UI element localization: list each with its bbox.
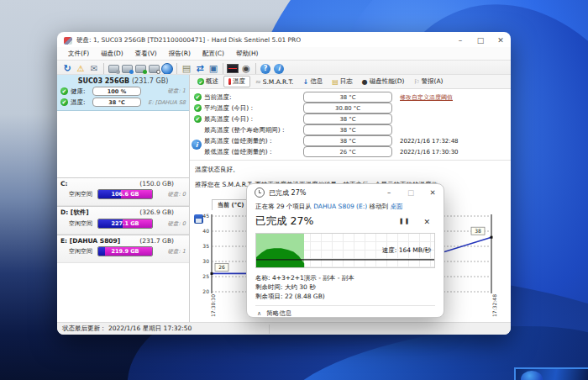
disk-size: (231.7 GB) xyxy=(132,77,168,85)
tab-bar: ✔概述 温度 S.M.A.R.T. 信息 日志 磁盘性能(D) 警报(A) xyxy=(190,75,511,89)
report-icon[interactable] xyxy=(180,62,193,75)
ok-icon: ✔ xyxy=(194,104,202,112)
dialog-minimize-button[interactable]: – xyxy=(378,185,400,201)
title-bar[interactable]: 硬盘: 1, SUC03 256GB [TD21100000471] - Har… xyxy=(57,32,511,47)
toolbar-separator xyxy=(223,63,223,74)
svg-text:25: 25 xyxy=(202,273,209,279)
free-space-value: 227.1 GB xyxy=(98,219,152,228)
measured-timestamp: 2022/1/16 17:32:48 xyxy=(400,138,459,145)
dialog-close-button[interactable]: ✕ xyxy=(422,185,444,201)
temperature-row: 最低温度 (曾经测量的)： 26 °C 2022/1/16 17:30:30 xyxy=(190,146,511,157)
temperature-row: ✔ 最高温度 (今日)： 38 °C xyxy=(190,113,511,124)
thermometer-icon xyxy=(228,78,231,85)
divider xyxy=(190,160,511,161)
check-icon: ✔ xyxy=(197,78,204,85)
toolbar-separator xyxy=(255,63,256,74)
menu-help[interactable]: 帮助(H) xyxy=(230,49,265,59)
chevron-up-icon: ∧ xyxy=(257,310,261,317)
background-window-image xyxy=(521,371,543,380)
flag-icon xyxy=(413,78,419,86)
help-icon[interactable]: ? xyxy=(260,64,270,74)
close-button[interactable]: ✕ xyxy=(491,34,511,47)
items-remaining-line: 剩余项目: 22 (8.48 GB) xyxy=(255,292,435,301)
temperature-row: ✔ 当前温度: 38 °C 修改自定义温度阈值 xyxy=(190,92,511,103)
dialog-title: 已完成 27% xyxy=(269,188,306,198)
maximize-button[interactable]: □ xyxy=(470,34,491,47)
temperature-bar: 38 °C xyxy=(303,113,392,124)
temperature-row: ✔ 平均温度 (今日)： 30.80 °C xyxy=(190,103,511,113)
tab-overview[interactable]: ✔概述 xyxy=(193,77,223,87)
partition-item-c[interactable]: C: (150.0 GB) 空闲空间 106.6 GB 硬盘: 0 xyxy=(57,177,189,206)
mail-icon[interactable] xyxy=(87,62,101,75)
gauge-icon xyxy=(362,78,368,86)
gauge-icon[interactable] xyxy=(239,62,253,75)
tab-alerts[interactable]: 警报(A) xyxy=(409,77,447,87)
disk-list-item-selected[interactable]: SUC03 256GB (231.7 GB) ✔ 健康: 100 % 硬盘: 1… xyxy=(57,75,189,111)
tab-log[interactable]: 日志 xyxy=(328,77,357,87)
tab-smart[interactable]: S.M.A.R.T. xyxy=(251,77,298,87)
menu-file[interactable]: 文件(F) xyxy=(62,49,95,59)
performance-monitor-icon[interactable] xyxy=(227,64,239,73)
partition-name: D: [软件] xyxy=(60,208,89,217)
disk-sidebar: SUC03 256GB (231.7 GB) ✔ 健康: 100 % 硬盘: 1… xyxy=(57,75,190,323)
free-space-value: 106.6 GB xyxy=(98,190,152,198)
disk-info-icon[interactable] xyxy=(122,65,133,73)
menu-config[interactable]: 配置(C) xyxy=(197,49,230,59)
tab-disk-performance[interactable]: 磁盘性能(D) xyxy=(358,77,409,87)
alert-icon[interactable] xyxy=(74,62,87,75)
globe-icon[interactable] xyxy=(161,63,173,75)
pause-button[interactable]: ❚❚ xyxy=(399,218,411,226)
status-bar: 状态最后更新： 2022/1/16 星期日 17:32:50 xyxy=(57,322,511,335)
health-value: 100 % xyxy=(93,87,140,95)
partition-disk-number: 硬盘: 1 xyxy=(168,248,186,256)
temp-bar: 38 °C xyxy=(92,98,141,107)
minimize-button[interactable]: – xyxy=(450,34,470,47)
partition-size: (326.9 GB) xyxy=(139,208,174,217)
graph-tab-current[interactable]: 当前 (°C) xyxy=(212,199,249,210)
menu-disk[interactable]: 磁盘(D) xyxy=(95,49,129,59)
disk-search-icon[interactable] xyxy=(149,65,160,73)
tab-temperature[interactable]: 温度 xyxy=(223,76,250,87)
background-window-corner[interactable] xyxy=(514,367,588,380)
disk-ok-icon[interactable] xyxy=(135,65,146,73)
tab-information[interactable]: 信息 xyxy=(299,77,328,87)
temperature-bar: 38 °C xyxy=(303,135,392,146)
free-space-bar: 227.1 GB xyxy=(97,219,153,229)
cancel-copy-button[interactable]: ✕ xyxy=(423,218,430,226)
info-icon: i xyxy=(192,140,202,150)
free-space-label: 空闲空间 xyxy=(69,247,97,256)
free-space-label: 空闲空间 xyxy=(69,219,97,228)
disk-temp-ok-icon: ✔ xyxy=(60,98,68,106)
partition-list: C: (150.0 GB) 空闲空间 106.6 GB 硬盘: 0 D: [软件… xyxy=(57,177,189,263)
svg-text:30: 30 xyxy=(202,258,209,264)
file-copy-dialog: 已完成 27% – □ ✕ 正在将 29 个项目从 DAHUA S809 (E:… xyxy=(246,183,444,318)
fewer-details-label: 简略信息 xyxy=(266,309,291,318)
app-icon xyxy=(64,37,72,45)
menu-view[interactable]: 查看(V) xyxy=(129,49,163,59)
temperature-bar: 26 °C xyxy=(303,146,392,157)
info-icon[interactable]: i xyxy=(274,64,284,74)
edit-threshold-link[interactable]: 修改自定义温度阈值 xyxy=(400,93,453,102)
partition-item-d[interactable]: D: [软件] (326.9 GB) 空闲空间 227.1 GB 硬盘: 0 xyxy=(57,206,189,235)
sync-icon[interactable] xyxy=(193,62,207,75)
dialog-title-bar[interactable]: 已完成 27% – □ ✕ xyxy=(247,184,444,201)
refresh-icon[interactable] xyxy=(60,62,74,75)
free-space-bar: 106.6 GB xyxy=(97,189,153,199)
copy-name-line: 名称: 4+3+2+1演示 - 副本 - 副本 xyxy=(255,273,435,282)
clock-icon xyxy=(255,187,265,198)
disk-health-ok-icon: ✔ xyxy=(60,87,68,95)
partition-name: E: [DAHUA S809] xyxy=(60,237,120,245)
fewer-details-toggle[interactable]: ∧ 简略信息 xyxy=(255,305,435,318)
svg-text:38: 38 xyxy=(475,228,481,234)
menu-report[interactable]: 报告(R) xyxy=(163,49,197,59)
copy-description: 正在将 29 个项目从 DAHUA S809 (E:) 移动到 桌面 xyxy=(255,203,435,211)
temperature-bar: 38 °C xyxy=(303,92,392,103)
partition-item-e[interactable]: E: [DAHUA S809] (231.7 GB) 空闲空间 219.9 GB… xyxy=(57,235,189,263)
toolbar-separator xyxy=(176,63,177,74)
source-link[interactable]: DAHUA S809 (E:) xyxy=(313,203,367,210)
network-icon[interactable] xyxy=(207,62,220,75)
temp-label: 温度: xyxy=(71,98,92,107)
destination-link[interactable]: 桌面 xyxy=(390,203,402,210)
disk-remove-icon[interactable] xyxy=(108,65,119,73)
speed-chart: 速度: 164 MB/秒 xyxy=(255,233,435,268)
